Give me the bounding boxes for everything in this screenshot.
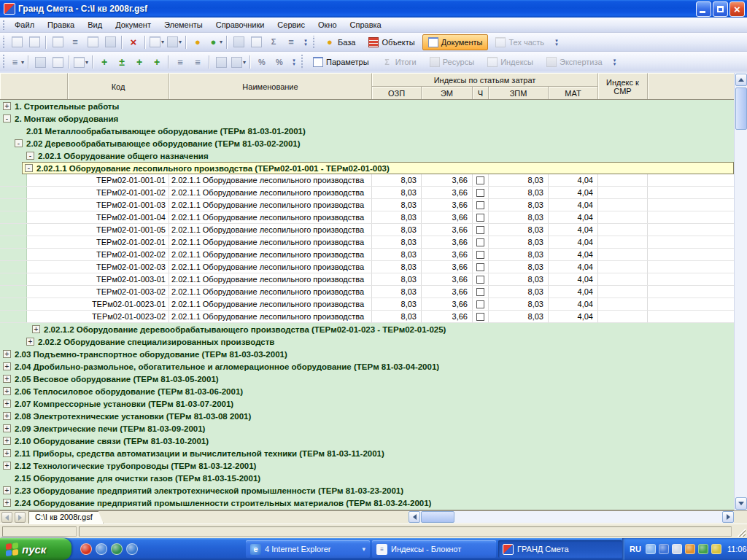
tree-row[interactable]: +2.09 Электрические печи (ТЕРм 81-03-09-… bbox=[0, 422, 734, 435]
print-preview-button[interactable] bbox=[49, 34, 66, 50]
table-row[interactable]: ТЕРм02-01-003-012.02.1.1 Оборудование ле… bbox=[0, 273, 734, 286]
tree-row[interactable]: +2.11 Приборы, средства автоматизации и … bbox=[0, 447, 734, 459]
align-button[interactable]: ≡ bbox=[171, 54, 189, 70]
doc-toolbar-overflow-button[interactable]: ▾▾ bbox=[611, 55, 619, 69]
quick-launch-messenger-icon[interactable] bbox=[96, 543, 107, 555]
task-internet-explorer[interactable]: e4 Internet Explorer▾ bbox=[246, 540, 370, 558]
tray-icon-6[interactable] bbox=[711, 544, 721, 554]
tree-row[interactable]: +2.08 Электротехнические установки (ТЕРм… bbox=[0, 410, 734, 422]
table-button[interactable]: ▾ bbox=[166, 34, 183, 50]
expand-icon[interactable]: + bbox=[32, 325, 40, 333]
vertical-scroll-thumb[interactable] bbox=[735, 88, 747, 130]
documents-button[interactable]: Документы bbox=[422, 34, 489, 50]
table-row[interactable]: ТЕРм02-01-0023-012.02.1.1 Оборудование л… bbox=[0, 298, 734, 311]
scroll-right-button[interactable] bbox=[722, 511, 734, 523]
copy-button[interactable] bbox=[84, 34, 101, 50]
tree-row[interactable]: +2.15 Оборудование для очистки газов (ТЕ… bbox=[0, 472, 734, 484]
tree-row[interactable]: +2.05 Весовое оборудование (ТЕРм 81-03-0… bbox=[0, 373, 734, 385]
view-list-button[interactable]: ≡▾ bbox=[8, 54, 26, 70]
toolbar2-overflow-button[interactable]: ▾▾ bbox=[290, 55, 298, 69]
tree-row[interactable]: +2.10 Оборудование связи (ТЕРм 81-03-10-… bbox=[0, 435, 734, 447]
expand-icon[interactable]: + bbox=[3, 437, 11, 445]
tree-row[interactable]: +2.06 Теплосиловое оборудование (ТЕРм 81… bbox=[0, 385, 734, 397]
structure-button[interactable] bbox=[31, 54, 49, 70]
tree-row-selected[interactable]: -2.02.1.1 Оборудование лесопильного прои… bbox=[0, 162, 734, 174]
table-row[interactable]: ТЕРм02-01-001-042.02.1.1 Оборудование ле… bbox=[0, 211, 734, 224]
tree-row[interactable]: +2.04 Дробильно-размольное, обогатительн… bbox=[0, 360, 734, 373]
sum-button[interactable]: Σ bbox=[265, 34, 282, 50]
filter-button[interactable]: ≡ bbox=[282, 34, 300, 50]
ch-checkbox[interactable] bbox=[476, 226, 484, 234]
close-button[interactable] bbox=[729, 1, 745, 17]
vertical-scrollbar[interactable] bbox=[734, 73, 747, 510]
cells-button[interactable]: ▾ bbox=[230, 54, 247, 70]
expand-icon[interactable]: + bbox=[3, 400, 11, 408]
menu-вид[interactable]: Вид bbox=[81, 18, 109, 31]
expand-icon[interactable]: + bbox=[3, 362, 11, 370]
table-row[interactable]: ТЕРм02-01-002-012.02.1.1 Оборудование ле… bbox=[0, 236, 734, 249]
tab-next-button[interactable] bbox=[15, 512, 26, 523]
tree-row[interactable]: +2.03 Подъемно-транспортное оборудование… bbox=[0, 348, 734, 360]
nav-toolbar-grip[interactable] bbox=[312, 36, 315, 49]
ch-checkbox[interactable] bbox=[476, 201, 484, 209]
expand-icon[interactable]: + bbox=[3, 424, 11, 432]
add-position-button[interactable]: ± bbox=[113, 54, 131, 70]
columns-button[interactable] bbox=[247, 34, 265, 50]
tree-row[interactable]: +2.12 Технологические трубопроводы (ТЕРм… bbox=[0, 459, 734, 472]
add-resource-button[interactable]: + bbox=[148, 54, 166, 70]
language-indicator[interactable]: RU bbox=[630, 545, 641, 553]
ch-checkbox[interactable] bbox=[476, 251, 484, 259]
quick-launch-ie-icon[interactable] bbox=[126, 543, 138, 555]
cut-button[interactable]: ≡ bbox=[66, 34, 84, 50]
tree-row[interactable]: +2.02.1.2 Оборудование деревообрабатываю… bbox=[0, 323, 734, 335]
menu-сервис[interactable]: Сервис bbox=[271, 18, 311, 31]
expand-icon[interactable]: + bbox=[3, 462, 11, 470]
tray-icon-5[interactable] bbox=[698, 544, 708, 554]
insert-sheet-button[interactable]: ▾ bbox=[148, 34, 166, 50]
grid-button[interactable] bbox=[212, 54, 230, 70]
expand-icon[interactable]: + bbox=[3, 486, 11, 494]
expand-icon[interactable]: + bbox=[3, 412, 11, 420]
expand-icon[interactable]: + bbox=[3, 102, 11, 110]
task-notepad[interactable]: ≡Индексы - Блокнот bbox=[372, 540, 496, 558]
objects-button[interactable]: Объекты bbox=[363, 34, 420, 50]
scroll-up-button[interactable] bbox=[735, 74, 747, 86]
restore-button[interactable] bbox=[713, 1, 728, 17]
expand-icon[interactable]: + bbox=[26, 338, 34, 346]
minimize-button[interactable] bbox=[696, 1, 711, 17]
layout-button[interactable] bbox=[230, 34, 247, 50]
table-row[interactable]: ТЕРм02-01-003-022.02.1.1 Оборудование ле… bbox=[0, 286, 734, 298]
tree-row[interactable]: +2.07 Компрессорные установки (ТЕРм 81-0… bbox=[0, 397, 734, 410]
expand-icon[interactable]: + bbox=[3, 449, 11, 457]
collapse-icon[interactable]: - bbox=[3, 114, 11, 122]
ch-checkbox[interactable] bbox=[476, 214, 484, 222]
tree-row[interactable]: +2.01 Металлообрабатывающее оборудование… bbox=[0, 125, 734, 137]
ch-checkbox[interactable] bbox=[476, 176, 484, 184]
table-row[interactable]: ТЕРм02-01-001-012.02.1.1 Оборудование ле… bbox=[0, 174, 734, 187]
horizontal-scrollbar[interactable] bbox=[409, 511, 734, 523]
task-grand-smeta[interactable]: ГРАНД Смета bbox=[498, 540, 622, 558]
menu-элементы[interactable]: Элементы bbox=[158, 18, 209, 31]
expand-icon[interactable]: + bbox=[3, 350, 11, 358]
add-section-button[interactable]: + bbox=[96, 54, 113, 70]
tray-icon-3[interactable] bbox=[672, 544, 682, 554]
collapse-icon[interactable]: - bbox=[15, 139, 23, 147]
menu-правка[interactable]: Правка bbox=[41, 18, 81, 31]
tab-prev-button[interactable] bbox=[1, 512, 12, 523]
justify-button[interactable]: ≡ bbox=[189, 54, 206, 70]
save-button[interactable] bbox=[8, 34, 26, 50]
notes-button[interactable]: ● bbox=[189, 34, 206, 50]
add-subitem-button[interactable]: + bbox=[131, 54, 148, 70]
paste-button[interactable] bbox=[101, 34, 119, 50]
scroll-down-button[interactable] bbox=[735, 497, 747, 510]
tree-row[interactable]: -2. Монтаж оборудования bbox=[0, 112, 734, 125]
nav-toolbar-overflow-button[interactable]: ▾▾ bbox=[552, 35, 561, 50]
menu-справочники[interactable]: Справочники bbox=[209, 18, 271, 31]
tree-row[interactable]: +2.24 Оборудование предприятий промышлен… bbox=[0, 497, 734, 509]
collapse-icon[interactable]: - bbox=[26, 152, 34, 160]
menubar-grip[interactable] bbox=[2, 20, 5, 30]
toolbar2-grip[interactable] bbox=[2, 55, 5, 69]
scroll-left-button[interactable] bbox=[409, 511, 420, 523]
delete-button[interactable]: × bbox=[125, 34, 142, 50]
table-row[interactable]: ТЕРм02-01-001-052.02.1.1 Оборудование ле… bbox=[0, 224, 734, 236]
